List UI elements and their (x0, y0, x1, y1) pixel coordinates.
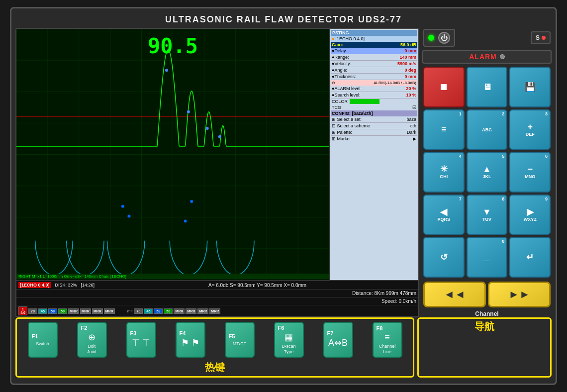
f6-text: B-scanType (282, 344, 295, 355)
underscore-icon: _ (484, 253, 489, 262)
key-7-pqrs[interactable]: 7 ◀ PQRS (423, 195, 465, 235)
power-led (428, 35, 434, 41)
f5-mtct-button[interactable]: F5 MT/CT (225, 322, 255, 358)
plus-icon: + (527, 122, 533, 131)
key-stop[interactable]: ⏹ (423, 67, 465, 107)
minus-icon: − (527, 165, 533, 174)
f4-button[interactable]: F4 ⚑ ⚑ (176, 322, 205, 358)
f3-icon: ⊤ ⊤ (132, 337, 150, 348)
f4-icon: ⚑ ⚑ (181, 337, 199, 348)
control-panel: ⏻ S ALARM ⏹ 🖥 (422, 28, 552, 317)
key-9-wxyz[interactable]: 9 ▶ WXYZ (509, 195, 551, 235)
marker-row: ⊞ Marker:▶ (331, 136, 417, 142)
hotkey-buttons: F1 Switch F2 ⊕ BoltJoint F3 ⊤ ⊤ F4 ⚑ ⚑ (19, 322, 411, 358)
power-button[interactable]: ⏻ (438, 32, 450, 44)
f8-text: ChannelLine (379, 344, 396, 355)
color-label: COLOR (332, 99, 348, 104)
key-4-ghi[interactable]: 4 ✳ GHI (423, 152, 465, 193)
disk-info: DISK: 32% (55, 283, 77, 288)
tcg-label: TCG (332, 105, 341, 110)
ch-50-1: 50 (58, 308, 67, 314)
f5-label: F5 (229, 333, 235, 339)
panel-title: PSTING (331, 30, 417, 36)
power-section: ⏻ (423, 29, 455, 47)
f6-bscan-button[interactable]: F6 ▦ B-scanType (274, 322, 304, 358)
search-level: 10 % (406, 93, 416, 98)
f7-ab-button[interactable]: F7 A⇔B (323, 322, 353, 358)
nav-area-label: 导航 (420, 320, 549, 333)
screen-inner: 90.5 RIGHT M=x1 L=1000mm Ome<oS<=140mm C… (16, 29, 418, 280)
key-3-def[interactable]: 3 + DEF (509, 109, 551, 150)
left-arrow-icon: ◀ (440, 207, 447, 216)
select-scheme-row: ⊟ Select a scheme:cth (331, 123, 417, 129)
ch-mrr-8: MRR (209, 308, 220, 314)
channel-label: [1ECHO 0 4.0] (335, 36, 365, 41)
key-enter[interactable]: ↵ (509, 237, 551, 278)
hotkey-label: 热键 (19, 361, 411, 374)
device-title: ULTRASONIC RAIL FLAW DETECTOR UDS2-77 (15, 12, 552, 28)
config-header: CONFIG: [baza\cth] (331, 110, 417, 116)
key-monitor[interactable]: 🖥 (467, 67, 508, 107)
stop-icon: ⏹ (439, 83, 448, 92)
f2-icon: ⊕ (88, 332, 95, 343)
top-controls: ⏻ S (422, 28, 552, 48)
enter-icon: ↵ (526, 253, 534, 262)
bottom-section: F1 Switch F2 ⊕ BoltJoint F3 ⊤ ⊤ F4 ⚑ ⚑ (15, 317, 552, 380)
list-icon: ≡ (441, 125, 447, 134)
key-8-tuv[interactable]: 8 ▼ TUV (467, 195, 508, 235)
color-swatch (350, 99, 379, 104)
param-delay: ●Delay:0 mm (331, 48, 417, 54)
f3-label: F3 (130, 330, 137, 336)
select-set: baza (406, 117, 416, 122)
s-section: S (531, 31, 551, 44)
key-5-jkl[interactable]: 5 ▲ JKL (467, 152, 508, 193)
channel-next-icon: ►► (508, 288, 530, 301)
alarm-level: 20 % (406, 86, 416, 91)
channel-nav: ◄◄ ►► (422, 281, 552, 308)
alarm-section: ALARM (422, 50, 552, 64)
f3-button[interactable]: F3 ⊤ ⊤ (126, 322, 156, 358)
nav-area: 导航 (417, 317, 552, 378)
marker: ▶ (413, 136, 416, 141)
f8-label: F8 (377, 325, 383, 331)
ch-mrr-4: MRR (104, 308, 115, 314)
ch-70-1: 70 (28, 308, 37, 314)
f2-text: BoltJoint (87, 344, 96, 355)
main-value: 90.5 (16, 34, 329, 58)
alarm-label: ALRM(-14.0dB / -8.0dB) (374, 81, 416, 85)
ch-45-2: 45 (144, 308, 153, 314)
f2-bolt-button[interactable]: F2 ⊕ BoltJoint (77, 322, 107, 358)
down-arrow-icon: ▼ (482, 207, 491, 216)
status-bar: [1ECHO 0 4.0] DISK: 32% [14:26] A= 6.0db… (16, 281, 418, 289)
alarm-level-row: ●ALARM level:20 % (331, 86, 417, 92)
key-save[interactable]: 💾 (509, 67, 551, 107)
status-bar-2: Distance: 8Km 999m 478mm (16, 289, 418, 297)
color-row: COLOR (331, 98, 417, 104)
refresh-icon: ↺ (440, 253, 448, 262)
param-thickness: ●Thickness:0 mm (331, 74, 417, 80)
up-arrow-icon: ▲ (482, 165, 491, 174)
keypad: ⏹ 🖥 💾 1 ≡ 2 ABC 3 (422, 66, 552, 279)
info-panel: PSTING ● [1ECHO 0 4.0] Gain: 56.0 dB ●De… (330, 29, 418, 280)
key-2-abc[interactable]: 2 ABC (467, 109, 508, 150)
f5-text: MT/CT (233, 341, 247, 347)
channel-row: ● [1ECHO 0 4.0] (331, 36, 417, 42)
f1-switch-button[interactable]: F1 Switch (28, 322, 58, 358)
alarm-led (500, 54, 505, 59)
channel-prev-button[interactable]: ◄◄ (423, 282, 486, 307)
channel-next-button[interactable]: ►► (488, 282, 551, 307)
monitor-icon: 🖥 (482, 83, 491, 92)
oscilloscope-canvas (16, 29, 329, 280)
key-0[interactable]: 0 _ (467, 237, 508, 278)
alarm-row: ⊙ ALRM(-14.0dB / -8.0dB) (331, 80, 417, 86)
key-refresh[interactable]: ↺ (423, 237, 465, 278)
ch-mrr-5: MRR (174, 308, 185, 314)
select-set-row: ⊞ Select a set:baza (331, 116, 417, 123)
f8-channel-button[interactable]: F8 ≡ ChannelLine (373, 322, 402, 358)
ch-mrr-1: MRR (68, 308, 79, 314)
save-icon: 💾 (525, 83, 536, 92)
key-6-mno[interactable]: 6 − MNO (509, 152, 551, 193)
key-1-abc[interactable]: 1 ≡ (423, 109, 465, 150)
measurement-info: A= 6.0db S= 90.5mm Y= 90.5mm X= 0.0mm (98, 283, 416, 288)
screen-area: 90.5 RIGHT M=x1 L=1000mm Ome<oS<=140mm C… (15, 28, 419, 317)
